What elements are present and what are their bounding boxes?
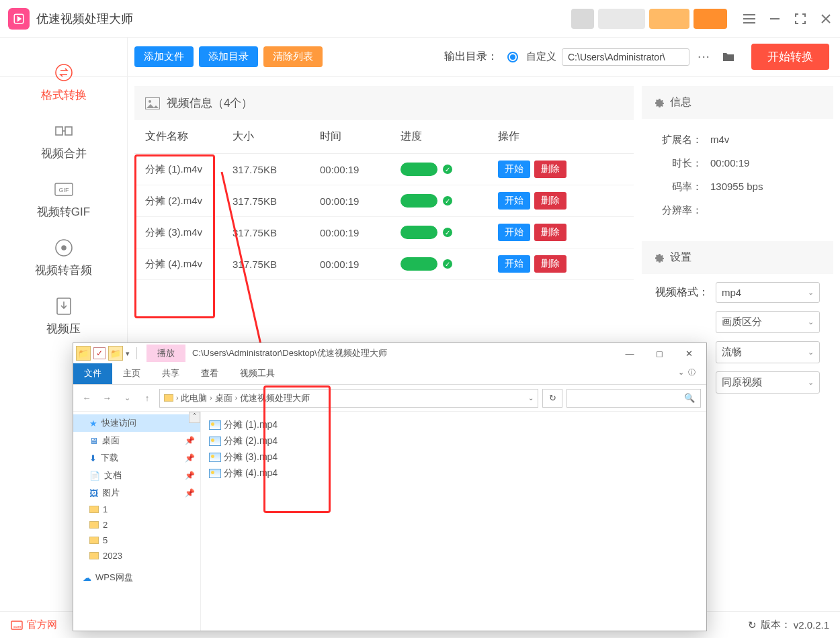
cell-progress: ✓ [401,226,498,239]
tree-folder[interactable]: 2 [73,517,200,533]
tree-pictures[interactable]: 🖼图片📌 [73,484,200,502]
svg-rect-8 [56,127,62,135]
tree-downloads[interactable]: ⬇下载📌 [73,449,200,467]
gear-icon [653,97,665,109]
fullscreen-icon[interactable] [794,13,806,25]
file-item[interactable]: 分摊 (2).mp4 [209,433,698,449]
more-icon[interactable]: ··· [695,48,714,66]
minimize-icon[interactable] [769,13,781,25]
video-file-icon [209,469,221,478]
video-file-icon [209,437,221,446]
row-delete-button[interactable]: 删除 [534,255,566,273]
row-delete-button[interactable]: 删除 [534,161,566,178]
row-start-button[interactable]: 开始 [498,161,530,178]
smooth-select[interactable]: 流畅⌄ [716,341,820,363]
cell-name: 分摊 (1).m4v [145,163,233,176]
custom-radio[interactable] [507,52,518,62]
menu-icon[interactable] [743,13,755,25]
minimize-icon[interactable]: — [615,344,644,363]
table-row[interactable]: 分摊 (4).m4v 317.75KB 00:00:19 ✓ 开始 删除 [134,248,634,280]
col-progress: 进度 [401,130,498,144]
tree-documents[interactable]: 📄文档📌 [73,467,200,484]
tree-desktop[interactable]: 🖥桌面📌 [73,432,200,449]
close-icon[interactable] [820,13,832,25]
table-row[interactable]: 分摊 (2).m4v 317.75KB 00:00:19 ✓ 开始 删除 [134,185,634,217]
file-item[interactable]: 分摊 (3).mp4 [209,449,698,465]
nav-up-icon[interactable]: ↑ [139,390,155,406]
add-file-button[interactable]: 添加文件 [134,46,194,67]
address-input[interactable]: › 此电脑› 桌面› 优速视频处理大师 ⌄ [159,389,538,408]
add-dir-button[interactable]: 添加目录 [199,46,258,67]
file-name: 分摊 (1).mp4 [224,419,278,431]
qat-check-icon[interactable]: ✓ [93,347,106,359]
cell-size: 317.75KB [233,227,320,238]
ribbon-expand-icon[interactable]: ⌄ ⓘ [667,363,706,384]
file-item[interactable]: 分摊 (1).mp4 [209,417,698,433]
nav-forward-icon[interactable]: → [99,390,115,406]
audio-icon [54,238,73,257]
sidebar-item-format[interactable]: 格式转换 [0,54,127,112]
file-item[interactable]: 分摊 (4).mp4 [209,465,698,482]
tree-wps[interactable]: ☁WPS网盘 [73,569,200,586]
qat-overflow-icon[interactable]: ▾ [126,349,130,358]
info-rate-value: 130955 bps [710,181,763,193]
refresh-icon[interactable]: ↻ [542,389,562,408]
ribbon-tab-videotools[interactable]: 视频工具 [229,363,286,384]
clear-list-button[interactable]: 清除列表 [263,46,323,67]
col-action: 操作 [498,130,623,144]
sidebar-item-gif[interactable]: GIF 视频转GIF [0,171,127,229]
tree-quick-access[interactable]: ★快速访问 [73,414,200,432]
swap-icon [54,63,73,82]
cell-actions: 开始 删除 [498,192,623,210]
output-path-input[interactable]: C:\Users\Administrator\ [562,48,689,66]
cell-actions: 开始 删除 [498,161,623,178]
row-start-button[interactable]: 开始 [498,255,530,273]
nav-recent-icon[interactable]: ⌄ [119,390,135,406]
row-delete-button[interactable]: 删除 [534,224,566,241]
col-time: 时间 [320,130,401,144]
info-ext-value: m4v [710,134,729,146]
explorer-file-list: 分摊 (1).mp4分摊 (2).mp4分摊 (3).mp4分摊 (4).mp4 [201,412,706,631]
search-input[interactable]: 🔍 [566,389,701,408]
cell-progress: ✓ [401,194,498,208]
ribbon-tab-share[interactable]: 共享 [151,363,190,384]
breadcrumb-seg[interactable]: 桌面 [215,392,233,404]
open-folder-icon[interactable] [719,48,738,66]
official-link[interactable]: .com 官方网 [11,619,57,631]
merge-icon [54,122,73,140]
close-icon[interactable]: ✕ [674,344,704,363]
list-header-text: 视频信息（4个） [167,95,253,111]
ribbon-tab-file[interactable]: 文件 [73,363,112,384]
start-convert-button[interactable]: 开始转换 [751,44,829,70]
setting-fmt-label: 视频格式： [655,285,709,300]
refresh-icon[interactable]: ↻ [748,619,757,631]
video-file-icon [209,453,221,462]
image-icon [145,97,160,109]
cell-time: 00:00:19 [320,227,401,238]
app-logo [8,8,30,30]
same-select[interactable]: 同原视频⌄ [716,371,820,394]
format-select[interactable]: mp4⌄ [716,282,820,303]
tree-folder[interactable]: 5 [73,533,200,548]
row-start-button[interactable]: 开始 [498,192,530,210]
tree-folder[interactable]: 2023 [73,548,200,563]
sidebar-item-merge[interactable]: 视频合并 [0,112,127,171]
gear-icon [653,252,665,264]
scroll-up-icon[interactable]: ˄ [189,412,200,423]
maximize-icon[interactable]: ◻ [644,344,674,363]
table-row[interactable]: 分摊 (3).m4v 317.75KB 00:00:19 ✓ 开始 删除 [134,217,634,248]
ribbon-tab-home[interactable]: 主页 [112,363,151,384]
breadcrumb-seg[interactable]: 优速视频处理大师 [240,392,310,404]
sidebar-item-audio[interactable]: 视频转音频 [0,229,127,287]
sidebar-item-compress[interactable]: 视频压 [0,287,127,346]
tree-folder[interactable]: 1 [73,502,200,517]
nav-back-icon[interactable]: ← [79,390,95,406]
breadcrumb-seg[interactable]: 此电脑 [181,392,207,404]
explorer-context-tab[interactable]: 播放 [146,345,185,362]
ribbon-tab-view[interactable]: 查看 [190,363,229,384]
row-delete-button[interactable]: 删除 [534,192,566,210]
table-row[interactable]: 分摊 (1).m4v 317.75KB 00:00:19 ✓ 开始 删除 [134,154,634,185]
row-start-button[interactable]: 开始 [498,224,530,241]
sidebar-item-label: 视频转音频 [35,263,92,278]
quality-select[interactable]: 画质区分⌄ [716,311,820,333]
